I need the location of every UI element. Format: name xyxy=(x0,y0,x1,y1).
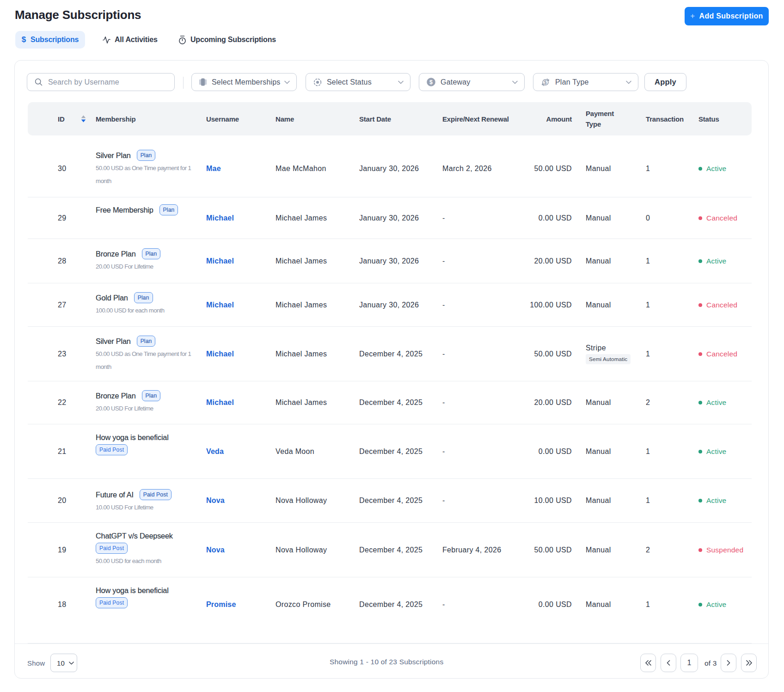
svg-text:$: $ xyxy=(544,80,547,85)
svg-text:$: $ xyxy=(429,79,433,86)
